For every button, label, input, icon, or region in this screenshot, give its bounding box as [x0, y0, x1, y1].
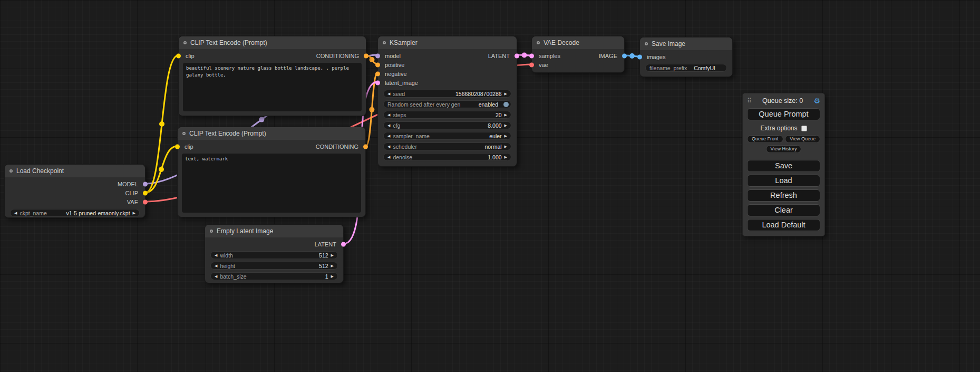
- input-slot-positive[interactable]: [375, 62, 380, 67]
- increment-arrow-icon[interactable]: ▶: [331, 253, 334, 257]
- collapse-toggle-icon[interactable]: [645, 42, 648, 45]
- increment-arrow-icon[interactable]: ▶: [331, 264, 334, 268]
- node-load-checkpoint[interactable]: Load Checkpoint MODEL CLIP VAE ◀ ckpt_na…: [4, 164, 145, 218]
- view-history-button[interactable]: View History: [766, 145, 802, 153]
- prompt-textarea[interactable]: text, watermark: [182, 154, 361, 213]
- increment-arrow-icon[interactable]: ▶: [504, 134, 507, 138]
- slot-row: model LATENT: [378, 51, 517, 60]
- increment-arrow-icon[interactable]: ▶: [504, 92, 507, 96]
- collapse-toggle-icon[interactable]: [183, 41, 187, 44]
- decrement-arrow-icon[interactable]: ◀: [387, 123, 390, 127]
- save-button[interactable]: Save: [747, 160, 820, 172]
- settings-gear-icon[interactable]: ⚙: [813, 97, 820, 104]
- node-clip-text-encode-positive[interactable]: CLIP Text Encode (Prompt) clip CONDITION…: [178, 36, 366, 116]
- node-header[interactable]: Save Image: [640, 37, 732, 50]
- prompt-textarea[interactable]: beautiful scenery nature glass bottle la…: [183, 63, 362, 111]
- output-slot-model[interactable]: [143, 182, 148, 186]
- output-slot-image[interactable]: [622, 53, 627, 58]
- widget-value: 8.000: [488, 122, 501, 129]
- decrement-arrow-icon[interactable]: ◀: [387, 145, 390, 148]
- node-header[interactable]: CLIP Text Encode (Prompt): [178, 127, 365, 140]
- widget-scheduler[interactable]: ◀ scheduler normal ▶: [383, 142, 511, 150]
- collapse-toggle-icon[interactable]: [210, 230, 213, 233]
- output-slot-conditioning[interactable]: [364, 53, 368, 58]
- refresh-button[interactable]: Refresh: [747, 189, 820, 202]
- link-midpoint-dot[interactable]: [159, 167, 164, 172]
- widget-random-seed-toggle[interactable]: Random seed after every gen enabled: [383, 100, 511, 108]
- input-slot-samples[interactable]: [529, 53, 534, 58]
- input-slot-negative[interactable]: [375, 71, 380, 76]
- drag-handle-icon[interactable]: ⠿: [747, 97, 752, 104]
- increment-arrow-icon[interactable]: ▶: [504, 113, 507, 117]
- widget-filename-prefix[interactable]: filename_prefix ComfyUI: [645, 64, 727, 72]
- output-slot-clip[interactable]: [143, 190, 148, 195]
- increment-arrow-icon[interactable]: ▶: [504, 123, 507, 127]
- node-clip-text-encode-negative[interactable]: CLIP Text Encode (Prompt) clip CONDITION…: [177, 127, 366, 217]
- decrement-arrow-icon[interactable]: ◀: [387, 134, 390, 138]
- input-slot-label: samples: [539, 53, 560, 59]
- increment-arrow-icon[interactable]: ▶: [133, 211, 135, 215]
- link-midpoint-dot[interactable]: [370, 57, 375, 62]
- widget-label: height: [220, 263, 235, 269]
- node-header[interactable]: VAE Decode: [532, 36, 624, 49]
- decrement-arrow-icon[interactable]: ◀: [215, 274, 217, 278]
- output-slot-vae[interactable]: [143, 199, 148, 204]
- node-empty-latent-image[interactable]: Empty Latent Image LATENT ◀ width 512 ▶ …: [205, 224, 344, 283]
- widget-cfg[interactable]: ◀ cfg 8.000 ▶: [383, 121, 511, 129]
- clear-button[interactable]: Clear: [747, 204, 820, 216]
- input-slot-model[interactable]: [375, 53, 380, 58]
- seed-toggle-dot[interactable]: [503, 102, 509, 107]
- view-queue-button[interactable]: View Queue: [785, 135, 820, 143]
- node-header[interactable]: CLIP Text Encode (Prompt): [179, 36, 366, 49]
- slot-row: clip CONDITIONING: [178, 142, 365, 151]
- node-save-image[interactable]: Save Image images filename_prefix ComfyU…: [639, 37, 733, 77]
- graph-canvas[interactable]: { "colors": { "slot_types": { "MODEL": "…: [0, 0, 980, 372]
- queue-front-button[interactable]: Queue Front: [747, 135, 783, 143]
- decrement-arrow-icon[interactable]: ◀: [14, 211, 17, 215]
- increment-arrow-icon[interactable]: ▶: [331, 274, 334, 278]
- output-slot-latent[interactable]: [341, 242, 346, 246]
- widget-steps[interactable]: ◀ steps 20 ▶: [383, 111, 511, 119]
- link-midpoint-dot[interactable]: [522, 53, 527, 58]
- node-header[interactable]: KSampler: [378, 36, 517, 49]
- input-slot-latent-image[interactable]: [375, 80, 380, 85]
- collapse-toggle-icon[interactable]: [182, 132, 186, 135]
- node-title: CLIP Text Encode (Prompt): [190, 39, 267, 46]
- link-midpoint-dot[interactable]: [369, 107, 374, 112]
- widget-denoise[interactable]: ◀ denoise 1.000 ▶: [383, 153, 511, 161]
- decrement-arrow-icon[interactable]: ◀: [215, 253, 217, 257]
- decrement-arrow-icon[interactable]: ◀: [387, 155, 390, 159]
- widget-width[interactable]: ◀ width 512 ▶: [210, 251, 338, 259]
- collapse-toggle-icon[interactable]: [9, 169, 13, 173]
- node-vae-decode[interactable]: VAE Decode samples IMAGE vae: [531, 36, 625, 73]
- increment-arrow-icon[interactable]: ▶: [504, 155, 507, 159]
- widget-seed[interactable]: ◀ seed 156680208700286 ▶: [383, 90, 511, 98]
- input-slot-clip[interactable]: [176, 53, 181, 58]
- node-header[interactable]: Load Checkpoint: [5, 165, 145, 177]
- widget-height[interactable]: ◀ height 512 ▶: [210, 262, 338, 270]
- widget-ckpt-name[interactable]: ◀ ckpt_name v1-5-pruned-emaonly.ckpt ▶: [10, 209, 140, 217]
- output-slot-conditioning[interactable]: [363, 144, 368, 149]
- load-default-button[interactable]: Load Default: [747, 219, 820, 231]
- input-slot-clip[interactable]: [175, 144, 180, 149]
- node-header[interactable]: Empty Latent Image: [205, 225, 343, 237]
- link-midpoint-dot[interactable]: [259, 117, 264, 122]
- input-slot-vae[interactable]: [529, 62, 534, 67]
- queue-prompt-button[interactable]: Queue Prompt: [747, 108, 820, 120]
- decrement-arrow-icon[interactable]: ◀: [387, 113, 390, 117]
- collapse-toggle-icon[interactable]: [383, 41, 386, 44]
- widget-label: ckpt_name: [20, 210, 46, 216]
- extra-options-checkbox[interactable]: [801, 126, 807, 131]
- widget-sampler-name[interactable]: ◀ sampler_name euler ▶: [383, 132, 511, 140]
- widget-batch-size[interactable]: ◀ batch_size 1 ▶: [210, 272, 338, 280]
- node-ksampler[interactable]: KSampler model LATENT positive negative …: [377, 36, 517, 167]
- collapse-toggle-icon[interactable]: [537, 41, 540, 44]
- load-button[interactable]: Load: [747, 175, 820, 187]
- decrement-arrow-icon[interactable]: ◀: [215, 264, 217, 268]
- link-midpoint-dot[interactable]: [159, 121, 164, 127]
- decrement-arrow-icon[interactable]: ◀: [387, 92, 390, 96]
- increment-arrow-icon[interactable]: ▶: [504, 145, 507, 148]
- link-midpoint-dot[interactable]: [629, 53, 635, 59]
- output-slot-latent[interactable]: [515, 53, 519, 58]
- input-slot-images[interactable]: [637, 54, 642, 59]
